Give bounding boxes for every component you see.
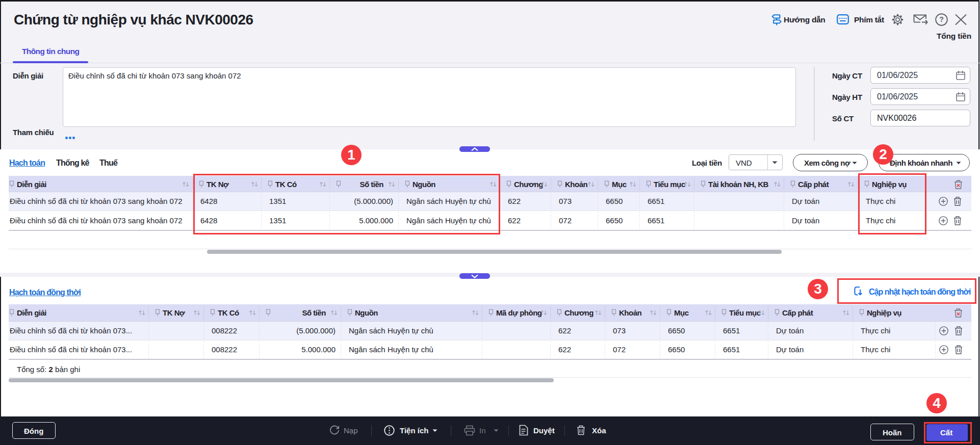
- svg-text:?: ?: [939, 15, 944, 23]
